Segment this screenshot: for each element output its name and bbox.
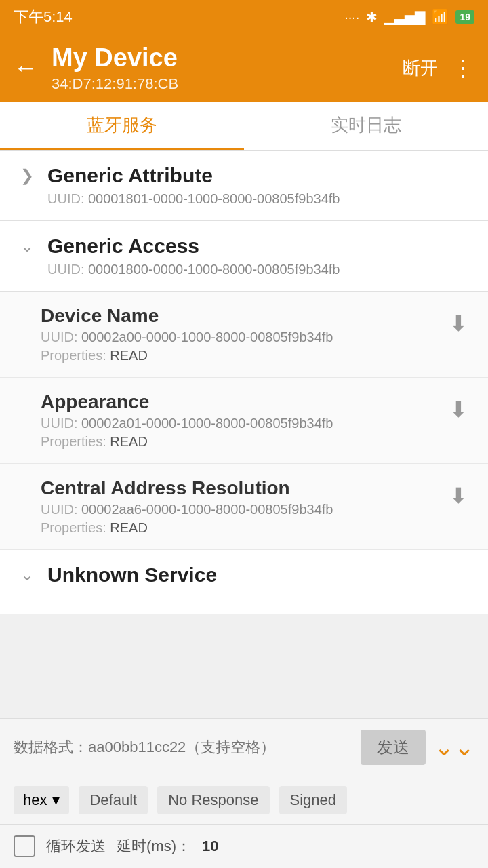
service-generic-access: ⌄ Generic Access UUID: 00001800-0000-100… bbox=[0, 221, 488, 292]
format-chevron-icon: ▾ bbox=[52, 791, 60, 809]
status-bar: 下午5:14 ···· ✱ ▁▃▅▇ 📶 19 bbox=[0, 0, 488, 34]
characteristic-appearance-uuid: UUID: 00002a01-0000-1000-8000-00805f9b34… bbox=[41, 416, 449, 431]
service-generic-attribute-uuid: UUID: 00001801-0000-1000-8000-00805f9b34… bbox=[47, 191, 468, 207]
option-no-response-button[interactable]: No Response bbox=[157, 786, 269, 814]
characteristic-device-name-props: Properties: READ bbox=[41, 348, 449, 363]
send-row: 发送 ⌄⌄ bbox=[0, 719, 488, 776]
bottom-panel: 发送 ⌄⌄ hex ▾ Default No Response Signed 循… bbox=[0, 718, 488, 868]
characteristic-central-address-props: Properties: READ bbox=[41, 520, 449, 536]
toolbar-title-block: My Device 34:D7:12:91:78:CB bbox=[52, 43, 403, 93]
signal-dots-icon: ···· bbox=[344, 9, 359, 25]
characteristic-appearance-label: Appearance bbox=[41, 391, 449, 413]
delay-label: 延时(ms)： bbox=[117, 836, 191, 856]
characteristic-central-address: Central Address Resolution UUID: 00002aa… bbox=[0, 464, 488, 550]
read-button-central-address[interactable]: ⬇ bbox=[449, 483, 468, 509]
chevron-down-icon-unknown: ⌄ bbox=[20, 566, 37, 585]
back-button[interactable]: ← bbox=[14, 54, 38, 82]
service-unknown: ⌄ Unknown Service bbox=[0, 550, 488, 614]
characteristic-device-name-label: Device Name bbox=[41, 305, 449, 327]
chevron-right-icon: ❯ bbox=[20, 166, 37, 185]
wifi-icon: 📶 bbox=[432, 9, 449, 25]
service-unknown-header[interactable]: ⌄ Unknown Service bbox=[20, 564, 468, 587]
format-selector[interactable]: hex ▾ bbox=[14, 786, 69, 814]
service-generic-attribute: ❯ Generic Attribute UUID: 00001801-0000-… bbox=[0, 151, 488, 221]
read-button-appearance[interactable]: ⬇ bbox=[449, 397, 468, 422]
service-generic-attribute-name: Generic Attribute bbox=[47, 164, 213, 187]
expand-icon[interactable]: ⌄⌄ bbox=[434, 733, 474, 762]
device-address: 34:D7:12:91:78:CB bbox=[52, 75, 403, 93]
disconnect-button[interactable]: 断开 bbox=[403, 56, 438, 80]
characteristic-appearance-props: Properties: READ bbox=[41, 434, 449, 450]
more-menu-button[interactable]: ⋮ bbox=[451, 56, 474, 79]
bluetooth-icon: ✱ bbox=[366, 9, 378, 25]
service-generic-attribute-header[interactable]: ❯ Generic Attribute bbox=[20, 164, 468, 187]
service-list: ❯ Generic Attribute UUID: 00001801-0000-… bbox=[0, 151, 488, 614]
service-generic-access-uuid: UUID: 00001800-0000-1000-8000-00805f9b34… bbox=[47, 262, 468, 277]
chevron-down-icon: ⌄ bbox=[20, 237, 37, 256]
loop-row: 循环发送 延时(ms)： 10 bbox=[0, 825, 488, 868]
tab-bar: 蓝牙服务 实时日志 bbox=[0, 102, 488, 151]
characteristic-appearance: Appearance UUID: 00002a01-0000-1000-8000… bbox=[0, 378, 488, 464]
delay-value: 10 bbox=[202, 837, 218, 855]
loop-label: 循环发送 bbox=[46, 836, 106, 856]
service-generic-access-name: Generic Access bbox=[47, 235, 199, 258]
signal-bars-icon: ▁▃▅▇ bbox=[384, 9, 425, 25]
option-signed-button[interactable]: Signed bbox=[279, 786, 348, 814]
device-title: My Device bbox=[52, 43, 403, 73]
service-unknown-name: Unknown Service bbox=[47, 564, 217, 587]
status-icons: ···· ✱ ▁▃▅▇ 📶 19 bbox=[344, 9, 474, 25]
service-generic-access-header[interactable]: ⌄ Generic Access bbox=[20, 235, 468, 258]
options-row: hex ▾ Default No Response Signed bbox=[0, 776, 488, 825]
send-button[interactable]: 发送 bbox=[361, 730, 426, 765]
toolbar-actions: 断开 ⋮ bbox=[403, 56, 474, 80]
characteristic-device-name-uuid: UUID: 00002a00-0000-1000-8000-00805f9b34… bbox=[41, 330, 449, 345]
battery-icon: 19 bbox=[455, 10, 474, 24]
data-input[interactable] bbox=[14, 738, 352, 756]
read-button-device-name[interactable]: ⬇ bbox=[449, 311, 468, 336]
loop-checkbox[interactable] bbox=[14, 835, 35, 857]
tab-realtime-log[interactable]: 实时日志 bbox=[244, 102, 488, 150]
characteristic-central-address-uuid: UUID: 00002aa6-0000-1000-8000-00805f9b34… bbox=[41, 502, 449, 517]
status-time: 下午5:14 bbox=[14, 7, 73, 27]
tab-bluetooth-service[interactable]: 蓝牙服务 bbox=[0, 102, 244, 150]
characteristic-device-name: Device Name UUID: 00002a00-0000-1000-800… bbox=[0, 292, 488, 378]
characteristic-central-address-label: Central Address Resolution bbox=[41, 477, 449, 499]
option-default-button[interactable]: Default bbox=[79, 786, 148, 814]
format-value: hex bbox=[23, 791, 47, 809]
toolbar: ← My Device 34:D7:12:91:78:CB 断开 ⋮ bbox=[0, 34, 488, 102]
